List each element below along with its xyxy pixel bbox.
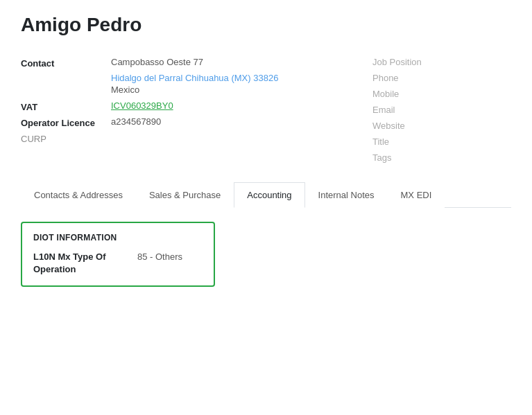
diot-box: DIOT Information L10N Mx Type Of Operati… <box>21 222 215 287</box>
main-content: Contact Campobasso Oeste 77 Hidalgo del … <box>21 57 511 168</box>
title-field: Title <box>372 136 511 147</box>
diot-field-label: L10N Mx Type Of Operation <box>33 251 123 276</box>
tabs-container: Contacts & Addresses Sales & Purchase Ac… <box>21 182 511 208</box>
page-title: Amigo Pedro <box>21 14 511 36</box>
city-line: Hidalgo del Parral Chihuahua (MX) 33826 <box>111 73 359 83</box>
contact-row: Contact Campobasso Oeste 77 <box>21 57 359 69</box>
tab-accounting[interactable]: Accounting <box>234 182 304 208</box>
tab-sales[interactable]: Sales & Purchase <box>136 182 234 208</box>
country-line: Mexico <box>111 85 359 95</box>
contact-label: Contact <box>21 57 111 69</box>
tab-content-accounting: DIOT Information L10N Mx Type Of Operati… <box>21 208 511 301</box>
right-section: Job Position Phone Mobile Email Website … <box>372 57 511 168</box>
operator-label: Operator Licence <box>21 116 111 128</box>
diot-field-value: 85 - Others <box>137 251 182 262</box>
phone-field: Phone <box>372 73 511 83</box>
tab-notes[interactable]: Internal Notes <box>305 182 388 208</box>
vat-value: ICV060329BY0 <box>111 100 173 111</box>
email-field: Email <box>372 105 511 115</box>
tags-field: Tags <box>372 152 511 163</box>
diot-title: DIOT Information <box>33 233 203 242</box>
tab-contacts[interactable]: Contacts & Addresses <box>21 182 136 208</box>
main-page: Amigo Pedro Contact Campobasso Oeste 77 … <box>0 0 532 415</box>
job-position-field: Job Position <box>372 57 511 67</box>
tab-mx-edi[interactable]: MX EDI <box>388 182 445 208</box>
curp-label: CURP <box>21 132 111 144</box>
address-line1: Campobasso Oeste 77 <box>111 57 203 67</box>
curp-row: CURP <box>21 132 359 144</box>
address-block: Hidalgo del Parral Chihuahua (MX) 33826 … <box>111 73 359 95</box>
vat-label: VAT <box>21 100 111 112</box>
diot-row: L10N Mx Type Of Operation 85 - Others <box>33 251 203 276</box>
left-section: Contact Campobasso Oeste 77 Hidalgo del … <box>21 57 359 168</box>
mobile-field: Mobile <box>372 89 511 99</box>
vat-row: VAT ICV060329BY0 <box>21 100 359 112</box>
operator-value: a234567890 <box>111 116 161 127</box>
website-field: Website <box>372 121 511 131</box>
operator-row: Operator Licence a234567890 <box>21 116 359 128</box>
